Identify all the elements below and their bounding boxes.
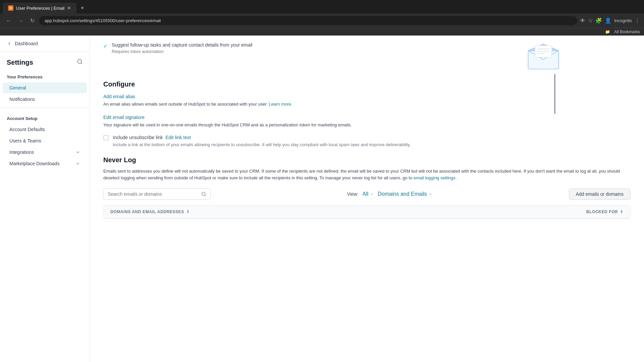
active-tab[interactable]: H User Preferences | Email ✕ xyxy=(3,3,76,13)
checkmark-icon: ✓ xyxy=(103,43,108,49)
svg-point-0 xyxy=(77,59,82,63)
bookmark-icon[interactable]: ☆ xyxy=(588,17,593,24)
unsubscribe-content: Include unsubscribe link Edit link text … xyxy=(113,135,411,148)
edit-signature-link[interactable]: Edit email signature xyxy=(103,115,145,120)
sidebar-item-notifications[interactable]: Notifications xyxy=(3,94,87,105)
bookmarks-bar: 📁 All Bookmarks xyxy=(0,28,644,36)
view-label: View: xyxy=(347,191,359,197)
add-email-alias-link[interactable]: Add email alias xyxy=(103,94,135,99)
envelope-illustration xyxy=(523,42,564,72)
close-tab-button[interactable]: ✕ xyxy=(67,5,71,11)
table-header-row: DOMAINS AND EMAIL ADDRESSES ⬆ BLOCKED FO… xyxy=(104,205,630,219)
domains-email-col-header: DOMAINS AND EMAIL ADDRESSES ⬆ xyxy=(110,209,190,214)
edit-signature-desc: Your signature will be used in one-on-on… xyxy=(103,122,631,128)
envelope-svg xyxy=(523,42,564,72)
sidebar-item-marketplace[interactable]: Marketplace Downloads xyxy=(3,158,87,169)
unsubscribe-desc: Include a link at the bottom of your ema… xyxy=(113,141,411,148)
edit-link-text-link[interactable]: Edit link text xyxy=(165,135,191,140)
all-bookmarks-label[interactable]: All Bookmarks xyxy=(614,29,640,34)
browser-toolbar: ← → ↻ 👁 ☆ 🧩 👤 Incognito ⋮ xyxy=(0,13,644,28)
search-box xyxy=(103,188,211,200)
never-log-table: DOMAINS AND EMAIL ADDRESSES ⬆ BLOCKED FO… xyxy=(103,205,631,219)
dashboard-label: Dashboard xyxy=(15,41,38,46)
sidebar-search-button[interactable] xyxy=(77,59,83,66)
account-setup-label: Account Setup xyxy=(7,116,38,121)
extensions-icon[interactable]: 🧩 xyxy=(595,17,602,24)
chevron-left-icon xyxy=(7,41,12,46)
banner-text: ✓ Suggest follow-up tasks and capture co… xyxy=(103,42,252,54)
all-dropdown[interactable]: All xyxy=(363,191,374,197)
favicon: H xyxy=(8,5,13,11)
settings-title: Settings xyxy=(7,59,33,66)
include-unsubscribe-label: Include unsubscribe link xyxy=(113,135,163,140)
add-email-alias-section: Add email alias An email alias allows em… xyxy=(90,94,644,114)
sort-icon-blocked[interactable]: ⬆ xyxy=(620,209,624,214)
unsubscribe-checkbox[interactable] xyxy=(103,135,109,140)
sidebar: Dashboard Settings Your Preferences Gene… xyxy=(0,36,90,362)
chevron-down-icon-domains xyxy=(428,192,432,196)
dashboard-button[interactable]: Dashboard xyxy=(0,36,90,52)
requires-text: Requires inbox automation xyxy=(112,49,252,54)
tab-bar: H User Preferences | Email ✕ + xyxy=(0,0,644,13)
forward-button[interactable]: → xyxy=(16,16,25,25)
account-setup-section: Account Setup xyxy=(0,111,90,124)
blocked-for-col-header: BLOCKED FOR ⬆ xyxy=(586,209,624,214)
browser-chrome: H User Preferences | Email ✕ + ← → ↻ 👁 ☆… xyxy=(0,0,644,36)
chevron-down-icon-marketplace xyxy=(75,161,80,166)
refresh-button[interactable]: ↻ xyxy=(28,16,37,25)
browser-actions: 👁 ☆ 🧩 👤 Incognito ⋮ xyxy=(580,17,640,24)
incognito-label: Incognito xyxy=(614,18,632,23)
sort-icon-domains[interactable]: ⬆ xyxy=(186,209,190,214)
suggestion-text: Suggest follow-up tasks and capture cont… xyxy=(112,42,252,48)
unsubscribe-label-row: Include unsubscribe link Edit link text xyxy=(113,135,411,140)
add-email-alias-desc: An email alias allows emails sent outsid… xyxy=(103,101,631,108)
svg-point-8 xyxy=(202,192,205,196)
app-layout: Dashboard Settings Your Preferences Gene… xyxy=(0,36,644,362)
search-icon xyxy=(77,59,83,65)
sidebar-divider-1 xyxy=(0,108,90,108)
main-content: ✓ Suggest follow-up tasks and capture co… xyxy=(90,36,644,362)
sidebar-item-users-teams[interactable]: Users & Teams xyxy=(3,135,87,146)
add-emails-domains-button[interactable]: Add emails or domains xyxy=(569,188,631,200)
sidebar-item-integrations[interactable]: Integrations xyxy=(3,147,87,158)
profile-icon[interactable]: 👤 xyxy=(605,17,611,24)
email-logging-settings-link[interactable]: email logging settings xyxy=(414,175,455,180)
banner-text-content: Suggest follow-up tasks and capture cont… xyxy=(112,42,252,54)
learn-more-link[interactable]: Learn more. xyxy=(269,102,292,107)
edit-signature-section: Edit email signature Your signature will… xyxy=(90,114,644,135)
chevron-down-icon xyxy=(75,150,80,155)
tab-title: User Preferences | Email xyxy=(16,6,64,11)
your-preferences-section: Your Preferences xyxy=(0,69,90,82)
visibility-icon[interactable]: 👁 xyxy=(580,18,585,24)
view-controls: View: All Domains and Emails xyxy=(347,191,433,197)
never-log-desc: Emails sent to addresses you define will… xyxy=(90,168,644,189)
chevron-down-icon-all xyxy=(370,192,374,196)
configure-title: Configure xyxy=(90,72,644,94)
sidebar-item-account-defaults[interactable]: Account Defaults xyxy=(3,124,87,135)
domains-emails-dropdown[interactable]: Domains and Emails xyxy=(378,191,432,197)
sidebar-header: Settings xyxy=(0,52,90,69)
search-icon xyxy=(201,191,206,197)
top-banner: ✓ Suggest follow-up tasks and capture co… xyxy=(90,36,644,72)
never-log-title: Never Log xyxy=(90,154,644,168)
menu-icon[interactable]: ⋮ xyxy=(635,17,640,24)
sidebar-item-general[interactable]: General xyxy=(3,82,87,93)
filter-bar: View: All Domains and Emails Add emails … xyxy=(90,188,644,205)
search-input[interactable] xyxy=(108,191,199,197)
bookmarks-folder-icon: 📁 xyxy=(605,29,610,34)
back-button[interactable]: ← xyxy=(4,16,13,25)
new-tab-button[interactable]: + xyxy=(78,3,87,13)
address-bar[interactable] xyxy=(39,16,577,25)
unsubscribe-checkbox-item: Include unsubscribe link Edit link text … xyxy=(90,135,644,154)
